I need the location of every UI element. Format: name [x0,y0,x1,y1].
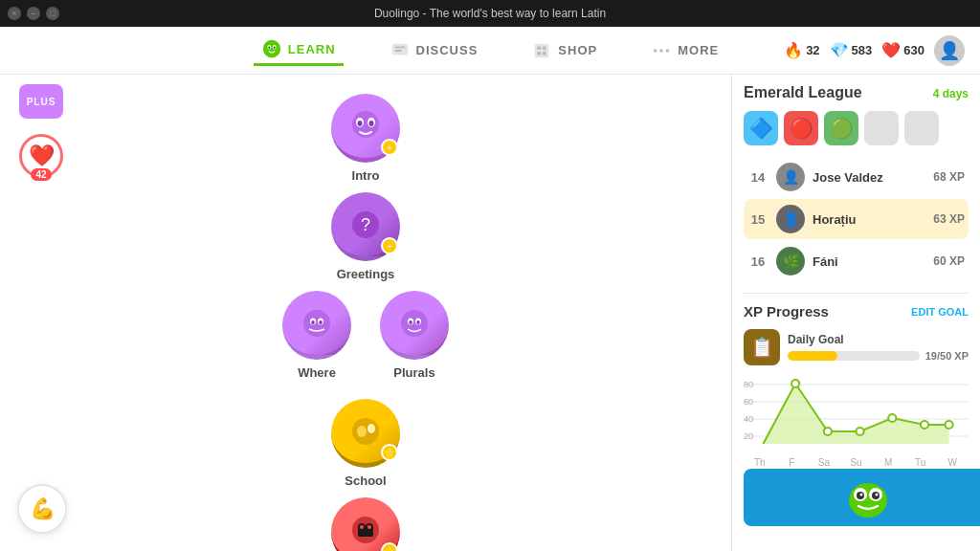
chart-day-labels: Th F Sa Su M Tu W [744,457,969,468]
chart-label-sa: Sa [808,457,840,468]
minimize-btn[interactable]: – [27,7,40,20]
strength-button[interactable]: 💪 [17,484,67,534]
svg-point-69 [860,494,863,496]
league-days-badge: 4 days [933,84,969,101]
skill-where-label: Where [298,365,336,380]
nav-shop[interactable]: SHOP [523,36,605,65]
svg-point-63 [945,421,952,429]
lb-avatar-15: 👤 [776,205,805,233]
plus-icon-box[interactable]: PLUS [19,84,63,119]
svg-point-31 [409,320,412,324]
lb-xp-14: 68 XP [933,170,965,184]
lb-rank-14: 14 [747,170,768,185]
nav-discuss-label: DISCUSS [416,43,479,57]
lb-xp-15: 63 XP [933,212,965,226]
lb-name-14: Jose Valdez [813,170,933,185]
svg-point-34 [357,426,367,437]
streak-badge[interactable]: 🔥 32 [784,41,819,59]
gems-badge[interactable]: 💎 583 [830,41,873,59]
chart-label-w: W [936,457,969,468]
lb-row-15: 15 👤 Horațiu 63 XP [744,199,969,239]
svg-point-15 [666,49,670,53]
xp-header: XP Progress EDIT GOAL [744,303,969,320]
svg-rect-9 [538,46,542,50]
parents-star: ⭐ [381,542,398,551]
svg-text:?: ? [361,215,370,234]
svg-point-41 [360,525,364,529]
svg-point-58 [791,380,799,387]
heart-icon-box[interactable]: ❤️ 42 [19,134,63,178]
duo-banner[interactable] [744,469,980,526]
league-avatar-3: 🟢 [824,111,858,145]
lb-rank-15: 15 [747,212,768,227]
skill-plurals-label: Plurals [393,365,434,380]
xp-chart: 80 60 40 20 Th [744,375,969,461]
skill-school-label: School [345,474,386,488]
goal-progress-text: 19/50 XP [925,350,969,362]
svg-rect-7 [394,50,401,52]
svg-point-70 [876,494,879,496]
svg-rect-11 [538,51,542,55]
xp-title: XP Progress [744,303,829,320]
league-header: Emerald League 4 days [744,84,969,101]
plus-label: PLUS [27,97,56,107]
nav-stats: 🔥 32 💎 583 ❤️ 630 👤 [784,35,965,66]
titlebar-controls[interactable]: × – □ [8,7,59,20]
skill-school-circle: ⭐ [331,399,400,468]
strength-icon: 💪 [30,496,56,521]
chart-label-su: Su [840,457,873,468]
main-content: PLUS ❤️ 42 + Intro [0,75,980,551]
league-days-label: 4 days [933,87,969,100]
hearts-badge[interactable]: ❤️ 630 [881,41,924,59]
svg-point-13 [654,49,657,53]
maximize-btn[interactable]: □ [46,7,59,20]
goal-progress-bar [788,351,920,361]
skill-plurals[interactable]: Plurals [380,291,449,380]
skill-plurals-circle [380,291,449,360]
svg-point-20 [369,121,374,126]
nav-more[interactable]: MORE [643,36,726,65]
svg-point-14 [659,49,663,53]
league-avatar-1: 🔷 [744,111,778,145]
nav-shop-label: SHOP [558,43,597,57]
heart-icon: ❤️ [881,41,901,59]
skill-intro[interactable]: + Intro [331,94,400,183]
sidebar-icons: PLUS ❤️ 42 [19,84,63,178]
heart-display-icon: ❤️ [29,143,55,168]
svg-point-42 [368,525,371,529]
skill-greetings[interactable]: ? + Greetings [331,192,400,281]
goal-label: Daily Goal [788,333,969,346]
skill-school[interactable]: ⭐ School [331,399,400,488]
goal-icon: 📋 [744,329,780,365]
lb-row-16: 16 🌿 Fáni 60 XP [744,241,969,281]
nav-discuss[interactable]: DISCUSS [382,36,486,65]
edit-goal-button[interactable]: EDIT GOAL [911,306,969,318]
skill-where-circle [282,291,351,360]
greetings-badge: + [381,237,398,254]
goal-bar-fill [788,351,837,361]
skill-where[interactable]: Where [282,291,351,380]
svg-rect-8 [535,43,549,57]
svg-point-27 [319,320,323,324]
lb-xp-16: 60 XP [933,254,965,268]
nav-learn[interactable]: LEARN [254,34,344,66]
svg-point-19 [358,121,363,126]
svg-point-62 [921,421,928,429]
skill-intro-circle: + [331,94,400,163]
chart-label-th: Th [744,457,776,468]
school-star: ⭐ [381,444,398,461]
svg-point-35 [368,424,375,433]
svg-text:80: 80 [744,380,753,389]
skill-parents[interactable]: ⭐ Parents [331,497,400,551]
user-avatar[interactable]: 👤 [934,35,965,66]
svg-point-60 [857,428,864,435]
hearts-count: 630 [903,43,924,57]
svg-text:20: 20 [744,431,753,441]
svg-rect-5 [391,43,408,55]
close-btn[interactable]: × [8,7,21,20]
lb-rank-16: 16 [747,254,768,269]
right-sidebar: Emerald League 4 days 🔷 🔴 🟢 14 👤 Jose Va… [731,75,980,551]
svg-point-23 [303,310,330,337]
svg-point-28 [401,310,428,337]
svg-point-0 [263,40,280,57]
